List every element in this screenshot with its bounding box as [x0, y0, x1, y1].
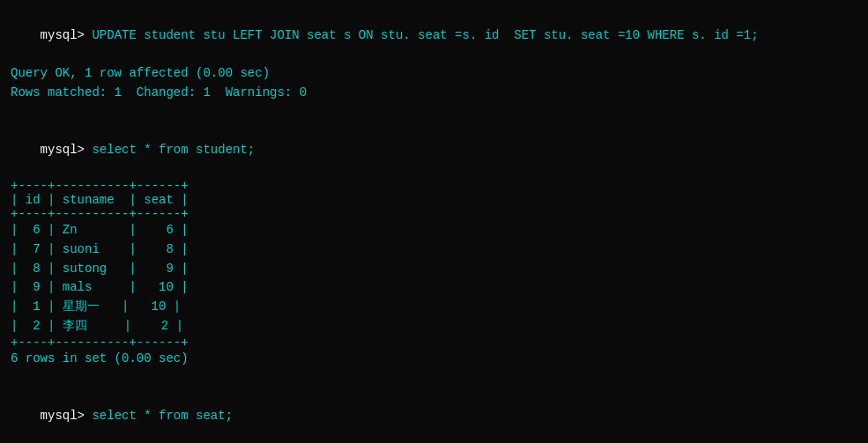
student-table-header: | id | stuname | seat | — [11, 193, 857, 207]
select-student-line: mysql> select * from student; — [11, 122, 857, 179]
student-table-border-top: +----+----------+------+ — [11, 179, 857, 193]
student-row-2: | 7 | suoni | 8 | — [11, 240, 857, 260]
student-table-border-mid: +----+----------+------+ — [11, 207, 857, 221]
prompt: mysql> — [41, 28, 93, 42]
student-row-3: | 8 | sutong | 9 | — [11, 260, 857, 279]
select-seat-line: mysql> select * from seat; — [11, 388, 857, 443]
student-table-border-bot: +----+----------+------+ — [11, 336, 857, 350]
student-row-4: | 9 | mals | 10 | — [11, 278, 857, 298]
rows-matched-line: Rows matched: 1 Changed: 1 Warnings: 0 — [11, 84, 857, 103]
student-row-1: | 6 | Zn | 6 | — [11, 221, 857, 240]
query-ok-line: Query OK, 1 row affected (0.00 sec) — [11, 64, 857, 84]
student-rowcount: 6 rows in set (0.00 sec) — [11, 350, 857, 369]
student-row-5: | 1 | 星期一 | 10 | — [11, 298, 857, 317]
terminal: mysql> mysql> UPDATE student stu LEFT JO… — [11, 7, 857, 443]
student-table-wrapper: +----+----------+------+ | id | stuname … — [11, 179, 857, 350]
update-query-line: mysql> mysql> UPDATE student stu LEFT JO… — [11, 7, 857, 64]
student-row-6: | 2 | 李四 | 2 | — [11, 317, 857, 336]
